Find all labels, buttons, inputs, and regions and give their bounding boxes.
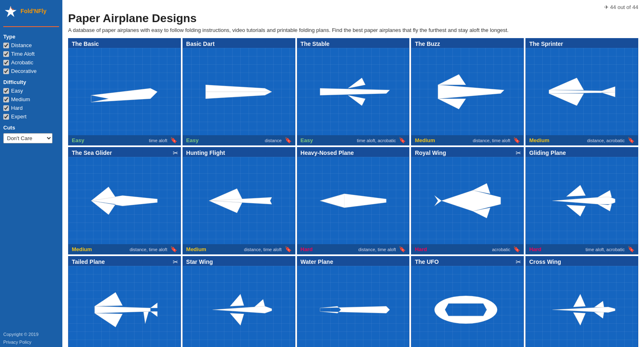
plane-card[interactable]: Royal Wing ✂ Hard acrobatic 🔖 <box>411 147 524 254</box>
scissors-icon: ✂ <box>173 149 178 157</box>
card-footer: Medium distance, acrobatic 🔖 <box>526 135 638 145</box>
card-title: Gliding Plane <box>526 147 638 157</box>
bookmark-icon: 🔖 <box>170 246 177 252</box>
plane-card[interactable]: The Buzz Medium distance, time aloft 🔖 <box>411 38 524 145</box>
cuts-section-title: Cuts <box>3 125 59 131</box>
card-title: Star Wing <box>183 256 295 266</box>
difficulty-badge: Easy <box>301 137 313 143</box>
page-title: Paper Airplane Designs <box>68 12 638 25</box>
card-footer: Medium distance, time aloft 🔖 <box>411 135 523 145</box>
card-footer: Hard distance, time aloft 🔖 <box>297 244 409 254</box>
card-title: The UFO <box>411 256 523 266</box>
card-tags: time aloft, acrobatic 🔖 <box>357 137 406 143</box>
plane-card[interactable]: Heavy-Nosed Plane Hard distance, time al… <box>297 147 410 254</box>
page-description: A database of paper airplanes with easy … <box>68 27 638 34</box>
difficulty-badge: Hard <box>301 246 313 252</box>
card-title: The Buzz <box>411 39 523 48</box>
bookmark-icon: 🔖 <box>513 246 520 252</box>
sidebar-footer: Copyright © 2019 Privacy Policy Contact … <box>3 331 59 347</box>
difficulty-badge: Medium <box>186 246 206 252</box>
card-footer: Hard time aloft, acrobatic 🔖 <box>526 244 638 254</box>
difficulty-badge: Medium <box>415 137 435 143</box>
card-image <box>526 157 638 244</box>
difficulty-badge: Easy <box>72 137 84 143</box>
card-image <box>297 157 409 244</box>
card-image <box>69 266 180 347</box>
plane-card[interactable]: Water Plane Easy distance 🔖 <box>297 256 410 347</box>
plane-card[interactable]: The Sea Glider ✂ Medium distance, time a… <box>68 147 181 254</box>
plane-card[interactable]: The UFO ✂ Hard acrobatic 🔖 <box>411 256 524 347</box>
card-image <box>183 48 295 135</box>
plane-card[interactable]: Star Wing Medium distance, acrobatic 🔖 <box>183 256 295 347</box>
plane-card[interactable]: Hunting Flight Medium distance, time alo… <box>183 147 295 254</box>
card-image <box>411 48 523 135</box>
card-image <box>69 157 180 244</box>
card-tags: time aloft 🔖 <box>149 137 177 143</box>
card-title: Heavy-Nosed Plane <box>297 147 409 157</box>
card-tags: distance, time aloft 🔖 <box>130 246 177 252</box>
sidebar: Fold'NFly Type Distance Time Aloft Acrob… <box>0 0 62 347</box>
card-title: The Sea Glider <box>69 147 180 157</box>
difficulty-badge: Hard <box>415 246 427 252</box>
card-title: Water Plane <box>297 256 409 266</box>
plane-card[interactable]: The Basic Easy time aloft 🔖 <box>68 38 181 145</box>
card-tags: distance, acrobatic 🔖 <box>587 137 635 143</box>
card-image <box>526 266 638 347</box>
difficulty-badge: Hard <box>529 246 541 252</box>
logo[interactable]: Fold'NFly <box>3 4 59 19</box>
plane-card[interactable]: Cross Wing Hard distance, acrobatic 🔖 <box>525 256 638 347</box>
card-image <box>297 266 409 347</box>
result-count: ✈ 44 out of 44 <box>68 4 638 10</box>
card-title: The Sprinter <box>526 39 638 48</box>
scissors-icon: ✂ <box>516 258 521 266</box>
card-title: Royal Wing <box>411 147 523 157</box>
type-section-title: Type <box>3 34 59 40</box>
filter-medium[interactable]: Medium <box>3 96 59 102</box>
card-footer: Easy distance 🔖 <box>183 135 295 145</box>
card-title: The Basic <box>69 39 180 48</box>
card-image <box>183 157 295 244</box>
card-title: Hunting Flight <box>183 147 295 157</box>
filter-expert[interactable]: Expert <box>3 113 59 120</box>
main-content: ✈ 44 out of 44 Paper Airplane Designs A … <box>62 0 644 347</box>
card-footer: Easy time aloft 🔖 <box>69 135 180 145</box>
cuts-select[interactable]: Don't Care No Cuts Cuts <box>3 133 53 143</box>
plane-card[interactable]: The Sprinter Medium distance, acrobatic … <box>525 38 638 145</box>
filter-distance[interactable]: Distance <box>3 42 59 48</box>
card-footer: Hard acrobatic 🔖 <box>411 244 523 254</box>
card-footer: Easy time aloft, acrobatic 🔖 <box>297 135 409 145</box>
plane-card[interactable]: The Stable Easy time aloft, acrobatic 🔖 <box>297 38 410 145</box>
card-tags: distance, time aloft 🔖 <box>244 246 292 252</box>
filter-acrobatic[interactable]: Acrobatic <box>3 59 59 66</box>
plane-card[interactable]: Gliding Plane Hard time aloft, acrobatic… <box>525 147 638 254</box>
bookmark-icon: 🔖 <box>628 246 635 252</box>
bookmark-icon: 🔖 <box>170 137 177 143</box>
scissors-icon: ✂ <box>516 149 521 157</box>
bookmark-icon: 🔖 <box>513 137 520 143</box>
filter-time-aloft[interactable]: Time Aloft <box>3 51 59 57</box>
card-image <box>183 266 295 347</box>
card-title: Tailed Plane <box>69 256 180 266</box>
filter-decorative[interactable]: Decorative <box>3 68 59 74</box>
bookmark-icon: 🔖 <box>285 246 292 252</box>
plane-card[interactable]: Tailed Plane ✂ Medium distance 🔖 <box>68 256 181 347</box>
card-tags: distance 🔖 <box>265 137 292 143</box>
card-image <box>411 266 523 347</box>
scissors-icon: ✂ <box>173 258 178 266</box>
privacy-link[interactable]: Privacy Policy <box>3 340 31 345</box>
plane-card[interactable]: Basic Dart Easy distance 🔖 <box>183 38 295 145</box>
bookmark-icon: 🔖 <box>399 246 406 252</box>
filter-hard[interactable]: Hard <box>3 105 59 111</box>
planes-grid: The Basic Easy time aloft 🔖 Basic Dart E… <box>68 38 638 347</box>
card-footer: Medium distance, time aloft 🔖 <box>183 244 295 254</box>
card-tags: distance, time aloft 🔖 <box>359 246 406 252</box>
card-image <box>297 48 409 135</box>
card-image <box>411 157 523 244</box>
bookmark-icon: 🔖 <box>285 137 292 143</box>
difficulty-section-title: Difficulty <box>3 79 59 85</box>
card-tags: time aloft, acrobatic 🔖 <box>586 246 635 252</box>
card-tags: acrobatic 🔖 <box>492 246 520 252</box>
filter-easy[interactable]: Easy <box>3 88 59 94</box>
bookmark-icon: 🔖 <box>399 137 406 143</box>
card-tags: distance, time aloft 🔖 <box>473 137 520 143</box>
